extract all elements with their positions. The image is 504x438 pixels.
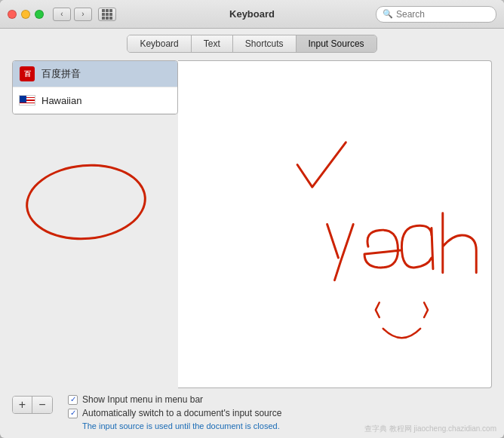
forward-button[interactable]: › xyxy=(74,8,92,21)
tabs-container: Keyboard Text Shortcuts Input Sources xyxy=(127,35,376,53)
hawaiian-label: Hawaiian xyxy=(41,95,81,106)
remove-source-button[interactable]: − xyxy=(32,397,52,413)
tab-text[interactable]: Text xyxy=(192,35,233,52)
search-input[interactable] xyxy=(396,9,490,20)
auto-switch-label: Automatically switch to a document's inp… xyxy=(82,408,281,418)
maximize-button[interactable] xyxy=(35,10,44,19)
left-panel-wrapper: 百 百度拼音 Hawaiian xyxy=(12,60,178,388)
hawaii-flag-icon xyxy=(19,92,35,109)
checkboxes-area: Show Input menu in menu bar Automaticall… xyxy=(68,394,281,430)
input-source-list: 百 百度拼音 Hawaiian xyxy=(12,60,178,115)
baidu-label: 百度拼音 xyxy=(41,67,81,81)
window: ‹ › Keyboard 🔍 Keyboard Text Shortcu xyxy=(0,0,504,438)
baidu-icon: 百 xyxy=(19,66,35,82)
list-item-hawaiian[interactable]: Hawaiian xyxy=(13,87,177,114)
back-button[interactable]: ‹ xyxy=(53,8,71,21)
search-box[interactable]: 🔍 xyxy=(376,6,496,23)
list-item-baidu[interactable]: 百 百度拼音 xyxy=(13,61,177,87)
tabs-bar: Keyboard Text Shortcuts Input Sources xyxy=(0,29,504,53)
add-remove-buttons: + − xyxy=(12,396,53,414)
traffic-lights xyxy=(8,10,44,19)
right-panel xyxy=(178,60,492,388)
nav-buttons: ‹ › xyxy=(53,8,92,21)
show-input-menu-row: Show Input menu in menu bar xyxy=(68,394,281,405)
titlebar: ‹ › Keyboard 🔍 xyxy=(0,0,504,29)
grid-icon xyxy=(102,9,112,20)
info-text: The input source is used until the docum… xyxy=(82,421,281,430)
show-input-menu-label: Show Input menu in menu bar xyxy=(82,394,203,405)
drawing-canvas xyxy=(178,61,491,387)
grid-button[interactable] xyxy=(98,8,116,21)
main-content: 百 百度拼音 Hawaiian xyxy=(0,53,504,388)
watermark: 查字典 教程网 jiaocheng.chazidian.com xyxy=(364,424,496,434)
window-title: Keyboard xyxy=(229,8,275,20)
show-input-menu-checkbox[interactable] xyxy=(68,395,78,405)
add-source-button[interactable]: + xyxy=(13,397,32,413)
auto-switch-row: Automatically switch to a document's inp… xyxy=(68,408,281,418)
close-button[interactable] xyxy=(8,10,17,19)
minimize-button[interactable] xyxy=(21,10,30,19)
auto-switch-checkbox[interactable] xyxy=(68,409,78,418)
search-icon: 🔍 xyxy=(383,9,393,19)
tab-input-sources[interactable]: Input Sources xyxy=(297,35,376,52)
tab-shortcuts[interactable]: Shortcuts xyxy=(233,35,297,52)
tab-keyboard[interactable]: Keyboard xyxy=(128,35,191,52)
annotation-circle xyxy=(23,159,149,245)
